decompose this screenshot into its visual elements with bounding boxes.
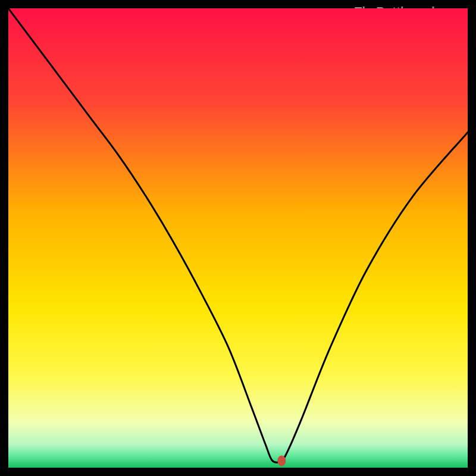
gradient-background	[8, 8, 468, 468]
optimum-marker	[277, 455, 286, 466]
bottleneck-chart	[8, 8, 468, 468]
chart-frame: TheBottleneck.com	[8, 8, 468, 468]
